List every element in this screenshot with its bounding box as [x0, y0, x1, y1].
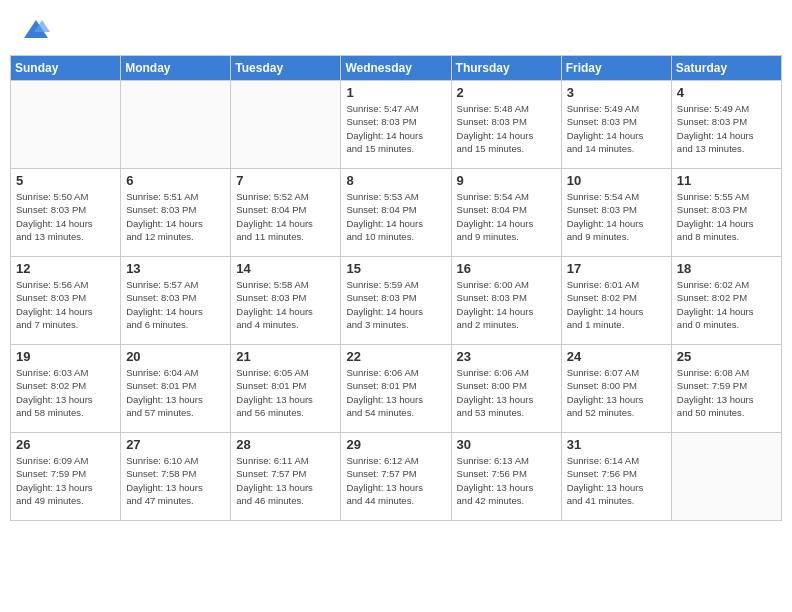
calendar-cell: 31Sunrise: 6:14 AM Sunset: 7:56 PM Dayli… — [561, 433, 671, 521]
day-info: Sunrise: 5:54 AM Sunset: 8:04 PM Dayligh… — [457, 190, 556, 243]
day-info: Sunrise: 5:57 AM Sunset: 8:03 PM Dayligh… — [126, 278, 225, 331]
day-info: Sunrise: 6:10 AM Sunset: 7:58 PM Dayligh… — [126, 454, 225, 507]
weekday-header-thursday: Thursday — [451, 56, 561, 81]
weekday-header-saturday: Saturday — [671, 56, 781, 81]
day-number: 13 — [126, 261, 225, 276]
day-info: Sunrise: 5:59 AM Sunset: 8:03 PM Dayligh… — [346, 278, 445, 331]
day-number: 17 — [567, 261, 666, 276]
day-info: Sunrise: 6:07 AM Sunset: 8:00 PM Dayligh… — [567, 366, 666, 419]
calendar-cell: 17Sunrise: 6:01 AM Sunset: 8:02 PM Dayli… — [561, 257, 671, 345]
day-number: 30 — [457, 437, 556, 452]
day-info: Sunrise: 6:02 AM Sunset: 8:02 PM Dayligh… — [677, 278, 776, 331]
day-number: 6 — [126, 173, 225, 188]
calendar-cell: 21Sunrise: 6:05 AM Sunset: 8:01 PM Dayli… — [231, 345, 341, 433]
day-number: 3 — [567, 85, 666, 100]
day-number: 22 — [346, 349, 445, 364]
weekday-header-friday: Friday — [561, 56, 671, 81]
day-info: Sunrise: 5:58 AM Sunset: 8:03 PM Dayligh… — [236, 278, 335, 331]
calendar-cell — [671, 433, 781, 521]
day-info: Sunrise: 6:12 AM Sunset: 7:57 PM Dayligh… — [346, 454, 445, 507]
day-info: Sunrise: 5:56 AM Sunset: 8:03 PM Dayligh… — [16, 278, 115, 331]
day-number: 20 — [126, 349, 225, 364]
day-number: 27 — [126, 437, 225, 452]
calendar-cell: 4Sunrise: 5:49 AM Sunset: 8:03 PM Daylig… — [671, 81, 781, 169]
calendar-cell: 13Sunrise: 5:57 AM Sunset: 8:03 PM Dayli… — [121, 257, 231, 345]
week-row-3: 12Sunrise: 5:56 AM Sunset: 8:03 PM Dayli… — [11, 257, 782, 345]
day-info: Sunrise: 6:08 AM Sunset: 7:59 PM Dayligh… — [677, 366, 776, 419]
calendar-cell: 22Sunrise: 6:06 AM Sunset: 8:01 PM Dayli… — [341, 345, 451, 433]
day-info: Sunrise: 5:52 AM Sunset: 8:04 PM Dayligh… — [236, 190, 335, 243]
calendar-cell: 12Sunrise: 5:56 AM Sunset: 8:03 PM Dayli… — [11, 257, 121, 345]
calendar-cell: 1Sunrise: 5:47 AM Sunset: 8:03 PM Daylig… — [341, 81, 451, 169]
calendar-cell: 10Sunrise: 5:54 AM Sunset: 8:03 PM Dayli… — [561, 169, 671, 257]
calendar-cell: 16Sunrise: 6:00 AM Sunset: 8:03 PM Dayli… — [451, 257, 561, 345]
calendar-cell: 9Sunrise: 5:54 AM Sunset: 8:04 PM Daylig… — [451, 169, 561, 257]
day-info: Sunrise: 6:14 AM Sunset: 7:56 PM Dayligh… — [567, 454, 666, 507]
day-number: 9 — [457, 173, 556, 188]
weekday-header-monday: Monday — [121, 56, 231, 81]
day-info: Sunrise: 6:09 AM Sunset: 7:59 PM Dayligh… — [16, 454, 115, 507]
week-row-5: 26Sunrise: 6:09 AM Sunset: 7:59 PM Dayli… — [11, 433, 782, 521]
day-info: Sunrise: 6:04 AM Sunset: 8:01 PM Dayligh… — [126, 366, 225, 419]
day-number: 15 — [346, 261, 445, 276]
day-number: 19 — [16, 349, 115, 364]
day-number: 1 — [346, 85, 445, 100]
day-number: 11 — [677, 173, 776, 188]
day-info: Sunrise: 5:54 AM Sunset: 8:03 PM Dayligh… — [567, 190, 666, 243]
day-number: 4 — [677, 85, 776, 100]
header — [10, 10, 782, 51]
calendar-cell: 23Sunrise: 6:06 AM Sunset: 8:00 PM Dayli… — [451, 345, 561, 433]
calendar-cell: 19Sunrise: 6:03 AM Sunset: 8:02 PM Dayli… — [11, 345, 121, 433]
day-number: 12 — [16, 261, 115, 276]
day-info: Sunrise: 5:55 AM Sunset: 8:03 PM Dayligh… — [677, 190, 776, 243]
calendar-cell: 25Sunrise: 6:08 AM Sunset: 7:59 PM Dayli… — [671, 345, 781, 433]
weekday-header-row: SundayMondayTuesdayWednesdayThursdayFrid… — [11, 56, 782, 81]
day-number: 29 — [346, 437, 445, 452]
day-info: Sunrise: 6:00 AM Sunset: 8:03 PM Dayligh… — [457, 278, 556, 331]
calendar-cell: 30Sunrise: 6:13 AM Sunset: 7:56 PM Dayli… — [451, 433, 561, 521]
calendar-cell: 2Sunrise: 5:48 AM Sunset: 8:03 PM Daylig… — [451, 81, 561, 169]
day-number: 23 — [457, 349, 556, 364]
weekday-header-wednesday: Wednesday — [341, 56, 451, 81]
day-number: 7 — [236, 173, 335, 188]
calendar-cell: 29Sunrise: 6:12 AM Sunset: 7:57 PM Dayli… — [341, 433, 451, 521]
day-number: 2 — [457, 85, 556, 100]
day-number: 14 — [236, 261, 335, 276]
week-row-2: 5Sunrise: 5:50 AM Sunset: 8:03 PM Daylig… — [11, 169, 782, 257]
calendar-cell: 6Sunrise: 5:51 AM Sunset: 8:03 PM Daylig… — [121, 169, 231, 257]
day-info: Sunrise: 6:03 AM Sunset: 8:02 PM Dayligh… — [16, 366, 115, 419]
calendar-cell: 24Sunrise: 6:07 AM Sunset: 8:00 PM Dayli… — [561, 345, 671, 433]
logo-icon — [22, 18, 50, 40]
day-info: Sunrise: 6:05 AM Sunset: 8:01 PM Dayligh… — [236, 366, 335, 419]
day-info: Sunrise: 6:06 AM Sunset: 8:01 PM Dayligh… — [346, 366, 445, 419]
calendar-cell — [11, 81, 121, 169]
calendar-cell: 14Sunrise: 5:58 AM Sunset: 8:03 PM Dayli… — [231, 257, 341, 345]
calendar-cell: 8Sunrise: 5:53 AM Sunset: 8:04 PM Daylig… — [341, 169, 451, 257]
day-number: 21 — [236, 349, 335, 364]
day-number: 31 — [567, 437, 666, 452]
weekday-header-tuesday: Tuesday — [231, 56, 341, 81]
day-info: Sunrise: 6:06 AM Sunset: 8:00 PM Dayligh… — [457, 366, 556, 419]
day-info: Sunrise: 5:49 AM Sunset: 8:03 PM Dayligh… — [567, 102, 666, 155]
calendar-cell — [231, 81, 341, 169]
calendar-table: SundayMondayTuesdayWednesdayThursdayFrid… — [10, 55, 782, 521]
logo — [20, 18, 50, 45]
day-number: 18 — [677, 261, 776, 276]
calendar-cell: 27Sunrise: 6:10 AM Sunset: 7:58 PM Dayli… — [121, 433, 231, 521]
day-info: Sunrise: 6:13 AM Sunset: 7:56 PM Dayligh… — [457, 454, 556, 507]
calendar-cell: 11Sunrise: 5:55 AM Sunset: 8:03 PM Dayli… — [671, 169, 781, 257]
day-number: 25 — [677, 349, 776, 364]
day-info: Sunrise: 6:11 AM Sunset: 7:57 PM Dayligh… — [236, 454, 335, 507]
day-number: 24 — [567, 349, 666, 364]
day-info: Sunrise: 5:47 AM Sunset: 8:03 PM Dayligh… — [346, 102, 445, 155]
weekday-header-sunday: Sunday — [11, 56, 121, 81]
calendar-cell: 28Sunrise: 6:11 AM Sunset: 7:57 PM Dayli… — [231, 433, 341, 521]
calendar-cell: 7Sunrise: 5:52 AM Sunset: 8:04 PM Daylig… — [231, 169, 341, 257]
calendar-cell — [121, 81, 231, 169]
day-number: 10 — [567, 173, 666, 188]
day-number: 5 — [16, 173, 115, 188]
calendar-cell: 26Sunrise: 6:09 AM Sunset: 7:59 PM Dayli… — [11, 433, 121, 521]
day-number: 8 — [346, 173, 445, 188]
day-info: Sunrise: 5:53 AM Sunset: 8:04 PM Dayligh… — [346, 190, 445, 243]
day-number: 26 — [16, 437, 115, 452]
